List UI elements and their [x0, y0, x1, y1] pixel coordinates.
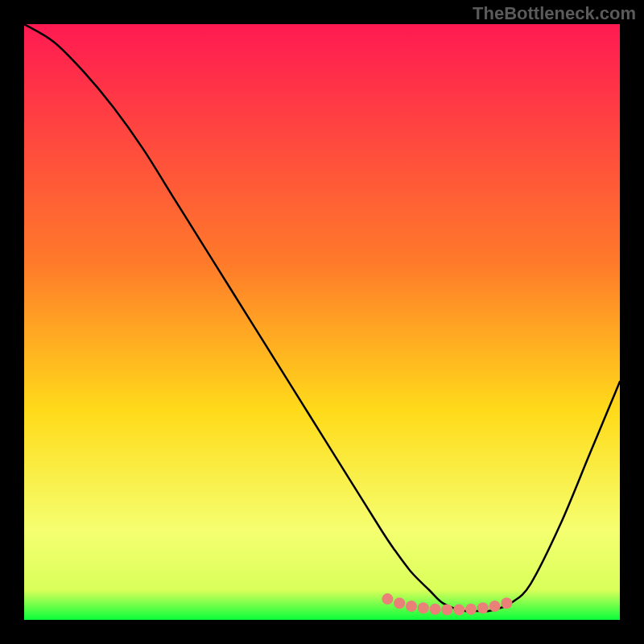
- marker-dot: [477, 602, 489, 613]
- marker-dot: [418, 602, 429, 613]
- plot-area: [24, 24, 620, 620]
- marker-dot: [453, 604, 464, 615]
- bottleneck-curve: [24, 24, 620, 620]
- marker-dot: [465, 604, 477, 615]
- marker-dot: [382, 593, 393, 605]
- marker-dot: [489, 601, 501, 612]
- marker-dots: [382, 593, 512, 615]
- chart-frame: TheBottleneck.com: [0, 0, 644, 644]
- marker-dot: [430, 604, 441, 615]
- marker-dot: [501, 597, 512, 609]
- marker-dot: [406, 601, 417, 612]
- marker-dot: [441, 604, 452, 615]
- watermark-text: TheBottleneck.com: [473, 3, 636, 24]
- marker-dot: [394, 597, 405, 609]
- curve-path: [24, 24, 620, 611]
